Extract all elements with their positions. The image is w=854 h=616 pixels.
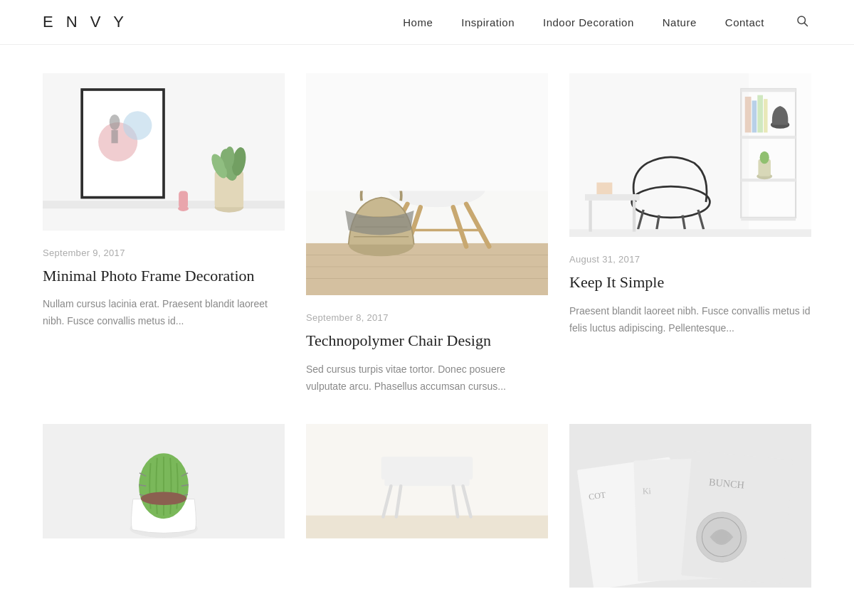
post-date-2: September 8, 2017: [306, 312, 548, 323]
post-date-1: September 9, 2017: [43, 248, 285, 258]
post-image-2[interactable]: [306, 73, 548, 295]
posts-grid: September 9, 2017 Minimal Photo Frame De…: [43, 73, 811, 605]
svg-rect-72: [381, 457, 473, 479]
post-image-3[interactable]: [569, 73, 811, 237]
post-image-6[interactable]: COT Ki BUNCH: [569, 424, 811, 588]
svg-rect-41: [745, 97, 752, 132]
svg-text:Ki: Ki: [643, 486, 652, 496]
post-title-2[interactable]: Technopolymer Chair Design: [306, 330, 548, 351]
post-date-3: August 31, 2017: [569, 254, 811, 265]
site-logo: E N V Y: [43, 13, 128, 31]
post-excerpt-3: Praesent blandit laoreet nibh. Fusce con…: [569, 303, 811, 337]
main-nav: Home Inspiration Indoor Decoration Natur…: [403, 14, 811, 31]
svg-rect-42: [752, 100, 757, 132]
nav-nature[interactable]: Nature: [663, 16, 697, 28]
svg-rect-55: [585, 194, 640, 201]
svg-rect-54: [569, 229, 811, 237]
post-image-5[interactable]: [306, 424, 548, 538]
svg-rect-56: [589, 201, 591, 232]
post-card-4: [43, 424, 285, 605]
post-title-1[interactable]: Minimal Photo Frame Decoration: [43, 265, 285, 287]
svg-point-86: [715, 531, 728, 543]
post-card-1: September 9, 2017 Minimal Photo Frame De…: [43, 73, 285, 395]
svg-rect-57: [633, 201, 636, 232]
svg-rect-33: [306, 73, 548, 191]
post-image-4[interactable]: [43, 424, 285, 538]
svg-rect-19: [306, 243, 548, 296]
post-card-5: [306, 424, 548, 605]
svg-rect-44: [764, 99, 767, 132]
nav-indoor-decoration[interactable]: Indoor Decoration: [543, 16, 634, 28]
svg-rect-39: [741, 179, 796, 181]
svg-rect-58: [596, 183, 612, 194]
post-card-3: August 31, 2017 Keep It Simple Praesent …: [569, 73, 811, 395]
post-excerpt-1: Nullam cursus lacinia erat. Praesent bla…: [43, 296, 285, 330]
search-icon: [796, 14, 808, 27]
svg-line-1: [804, 23, 807, 26]
nav-inspiration[interactable]: Inspiration: [461, 16, 515, 28]
svg-rect-40: [741, 218, 796, 221]
svg-point-68: [141, 492, 186, 504]
post-excerpt-2: Sed cursus turpis vitae tortor. Donec po…: [306, 361, 548, 395]
search-button[interactable]: [793, 14, 811, 31]
svg-rect-37: [741, 89, 796, 92]
svg-rect-70: [306, 515, 548, 538]
nav-contact[interactable]: Contact: [725, 16, 764, 28]
post-card-6: COT Ki BUNCH: [569, 424, 811, 605]
svg-rect-17: [43, 73, 285, 230]
main-content: September 9, 2017 Minimal Photo Frame De…: [0, 45, 854, 616]
svg-rect-43: [757, 95, 763, 133]
post-image-1[interactable]: [43, 73, 285, 230]
post-title-3[interactable]: Keep It Simple: [569, 272, 811, 293]
site-header: E N V Y Home Inspiration Indoor Decorati…: [0, 0, 854, 45]
post-card-2: September 8, 2017 Technopolymer Chair De…: [306, 73, 548, 395]
svg-point-48: [760, 152, 769, 164]
svg-rect-38: [741, 136, 796, 139]
nav-home[interactable]: Home: [403, 16, 433, 28]
